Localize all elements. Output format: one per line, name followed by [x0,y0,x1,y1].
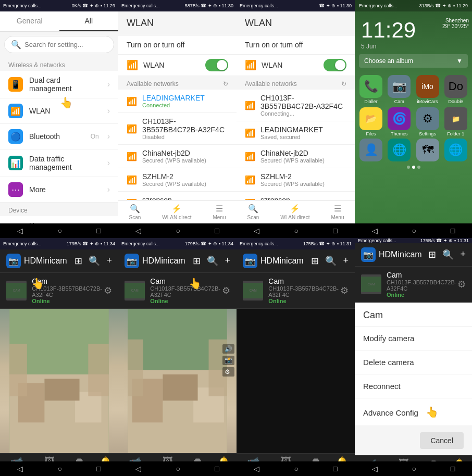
search-icon[interactable]: 🔍 [325,255,337,267]
back-button[interactable]: ◁ [17,227,23,235]
cam-id: CH1013F-3B557BB4C72B-A32F4C [32,285,104,298]
list-item[interactable]: 📱 Dual card management › [0,71,118,98]
scan-button[interactable]: 🔍 Scan [129,204,141,220]
list-item[interactable]: 📶 WLAN › [0,98,118,124]
app-icon[interactable]: 📷 Cam [386,75,412,104]
settings-gear-icon-3[interactable]: ⚙ [340,285,349,296]
list-item[interactable]: ⋯ More › [0,177,118,203]
list-item[interactable]: 📶 CH1013F-3B557BB4C72B-A32F4C Disabled [118,113,237,145]
search-icon[interactable]: 🔍 [207,255,218,267]
side-control-item[interactable]: 📸 [222,356,234,365]
wlan-toggle-switch[interactable] [205,59,228,71]
home-button[interactable]: ○ [412,227,416,235]
wlan-toggle-item[interactable]: 📶 WLAN [118,55,237,76]
settings-gear-icon[interactable]: ⚙ [104,285,112,296]
recent-button[interactable]: □ [451,465,455,473]
list-item[interactable]: 📶 LEADINGMARKET Saved, secured [237,121,355,145]
home-button[interactable]: ○ [176,227,180,235]
back-button[interactable]: ◁ [372,465,378,473]
back-button[interactable]: ◁ [254,227,259,235]
app-icon[interactable]: Do Double [443,75,469,104]
hdminicam-panel-1: Emergency calls... 179B/s ☎ ✦ ⊕ ▪ 11:34 … [0,238,118,476]
app-icon[interactable]: iMo iMoviCars [415,75,441,104]
home-button[interactable]: ○ [176,465,180,473]
cancel-button[interactable]: Cancel [420,432,464,449]
list-item[interactable]: 📶 LEADINGMARKET Connected [118,90,237,113]
wlan-toggle-item-right[interactable]: 📶 WLAN [237,55,355,76]
home-button[interactable]: ○ [412,465,416,473]
search-box[interactable]: 🔍 [4,36,114,53]
wlan-toggle-switch-right[interactable] [324,59,346,71]
back-button[interactable]: ◁ [372,227,378,235]
settings-gear-icon-4[interactable]: ⚙ [457,279,466,290]
recent-button[interactable]: □ [215,227,219,235]
add-icon[interactable]: + [343,255,349,267]
page-dot [417,166,420,169]
app-icon[interactable]: 🌀 Themes [386,107,412,136]
settings-gear-icon-2[interactable]: ⚙ [222,285,230,296]
home-button[interactable]: ○ [294,227,299,235]
search-icon[interactable]: 🔍 [89,255,100,267]
recent-button[interactable]: □ [215,465,219,473]
recent-button[interactable]: □ [96,227,101,235]
network-status: Secured (WPS available) [142,181,228,187]
toggle-knob-right [335,60,345,70]
modify-camera-option[interactable]: Modify camera [355,327,472,350]
add-icon[interactable]: + [225,255,230,267]
back-button[interactable]: ◁ [135,465,141,473]
grid-icon[interactable]: ⊞ [428,249,436,260]
app-icon[interactable]: 🗺 [415,139,441,162]
network-name: SZHLM-2 [142,172,228,181]
back-button[interactable]: ◁ [17,465,23,473]
recent-button[interactable]: □ [451,227,455,235]
delete-camera-option[interactable]: Delete camera [355,350,472,374]
wlan-direct-button-right[interactable]: ⚡ WLAN direct [280,204,309,220]
app-icon[interactable]: 🌐 [443,139,469,162]
home-button[interactable]: ○ [58,227,62,235]
app-icon[interactable]: 👤 [358,139,384,162]
grid-icon[interactable]: ⊞ [311,255,319,267]
side-control-item[interactable]: 🔊 [222,344,234,354]
list-item[interactable]: 🔵 Bluetooth On › [0,124,118,149]
list-item[interactable]: 📶 CH1013F-3B557BB4C72B-A32F4C Connecting… [237,90,355,121]
tab-all[interactable]: All [59,11,119,31]
search-input[interactable] [24,41,107,48]
app-icon[interactable]: 📂 Files [358,107,384,136]
reconnect-option[interactable]: Reconnect [355,374,472,398]
menu-button[interactable]: ☰ Menu [213,204,226,220]
app-icon[interactable]: 📞 Dialler [358,75,384,104]
cam-thumbnail-2: CAM [125,281,145,300]
side-control-item[interactable]: ⚙ [222,367,234,377]
home-button[interactable]: ○ [294,465,299,473]
back-button[interactable]: ◁ [254,465,259,473]
add-icon[interactable]: + [460,249,466,260]
recent-button[interactable]: □ [333,465,337,473]
tab-general[interactable]: General [0,11,59,31]
app-icon[interactable]: ⚙ Settings [415,107,441,136]
list-item[interactable]: 📶 ChinaNet-jb2D Secured (WPS available) [118,145,237,168]
list-item[interactable]: 📊 Data traffic management › [0,149,118,177]
scan-button-right[interactable]: 🔍 Scan [247,204,259,220]
refresh-icon[interactable]: ↻ [223,80,228,87]
album-chooser[interactable]: Choose an album ▼ [359,54,468,68]
menu-button-right[interactable]: ☰ Menu [331,204,344,220]
recent-button[interactable]: □ [333,227,337,235]
wlan-item-label-right: WLAN [262,61,282,69]
add-icon[interactable]: + [106,255,112,267]
list-item[interactable]: 📶 ChinaNet-jb2D Secured (WPS available) [237,145,355,168]
recent-button[interactable]: □ [96,465,101,473]
list-item[interactable]: 📶 SZHLM-2 Secured (WPS available) [237,168,355,192]
bluetooth-icon: 🔵 [8,129,23,144]
grid-icon[interactable]: ⊞ [74,255,82,267]
app-icon[interactable]: 📁 Folder 1 [443,107,469,136]
grid-icon[interactable]: ⊞ [193,255,201,267]
home-button[interactable]: ○ [58,465,62,473]
cam-icon: 📷 [388,75,411,98]
search-icon[interactable]: 🔍 [442,249,454,260]
advance-config-option[interactable]: Advance Config 👆 [355,398,472,426]
refresh-icon[interactable]: ↻ [341,80,346,87]
app-icon[interactable]: 🌐 [386,139,412,162]
back-button[interactable]: ◁ [135,227,141,235]
list-item[interactable]: 📶 SZHLM-2 Secured (WPS available) [118,168,237,192]
wlan-direct-button[interactable]: ⚡ WLAN direct [162,204,191,220]
